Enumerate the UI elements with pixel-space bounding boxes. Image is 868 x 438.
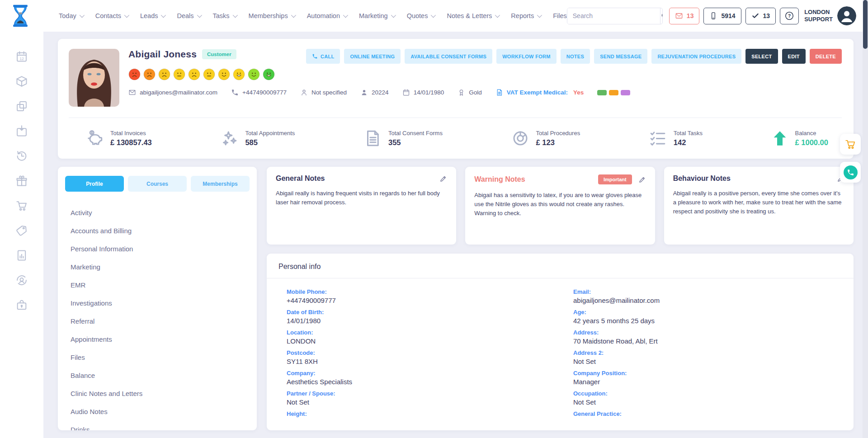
medal-icon	[458, 89, 465, 96]
send-message-button[interactable]: SEND MESSAGE	[594, 49, 647, 64]
stat-total-invoices: Total Invoices£ 130857.43	[85, 129, 152, 148]
sidebar-calendar-12-icon[interactable]: 12	[15, 50, 28, 63]
mood-rating-scale	[128, 68, 842, 82]
sidebar-price-tag-icon[interactable]	[15, 224, 28, 237]
sidebar-cart-icon[interactable]	[15, 199, 28, 212]
stat-total-tasks: Total Tasks142	[648, 129, 703, 148]
mood-face-5-icon[interactable]	[188, 68, 200, 82]
document-icon	[363, 129, 382, 148]
stat-text: Total Tasks142	[674, 130, 703, 147]
mood-face-2-icon[interactable]	[143, 68, 156, 82]
menu-item-marketing[interactable]: Marketing	[71, 258, 244, 276]
available-consent-forms-button[interactable]: AVAILABLE CONSENT FORMS	[405, 49, 492, 64]
call-button[interactable]	[840, 162, 861, 183]
workflow-form-button[interactable]: WORKFLOW FORM	[496, 49, 557, 64]
rejuvenation-procedures-button[interactable]: REJUVENATION PROCEDURES	[651, 49, 741, 64]
sidebar-cube-icon[interactable]	[15, 75, 28, 88]
user-avatar[interactable]	[837, 6, 856, 25]
phone-icon	[844, 165, 858, 179]
field-label: Partner / Spouse:	[287, 390, 555, 397]
button-label: EDIT	[788, 54, 800, 59]
mood-face-10-icon[interactable]	[263, 68, 275, 82]
field-value: SY11 8XH	[287, 358, 555, 365]
search-input[interactable]	[567, 8, 660, 24]
menu-item-appointments[interactable]: Appointments	[71, 330, 244, 348]
menu-item-balance[interactable]: Balance	[71, 366, 244, 384]
nav-item-automation[interactable]: Automation	[307, 12, 347, 19]
edit-pencil-icon[interactable]	[638, 176, 646, 184]
note-body: Abigail really is having frequent visits…	[276, 189, 447, 207]
chevron-down-icon	[124, 13, 129, 18]
mail-count-badge[interactable]: 13	[669, 8, 700, 24]
check-count-badge[interactable]: 13	[745, 8, 776, 24]
menu-item-accounts-and-billing[interactable]: Accounts and Billing	[71, 221, 244, 240]
call-button[interactable]: CALL	[306, 49, 340, 64]
sidebar-chart-document-icon[interactable]	[15, 249, 28, 262]
nav-item-files[interactable]: Files	[553, 12, 567, 19]
sidebar-history-icon[interactable]	[15, 149, 28, 163]
contact-medal: Gold	[458, 89, 482, 96]
menu-item-audio-notes[interactable]: Audio Notes	[71, 402, 244, 420]
menu-item-investigations[interactable]: Investigations	[71, 294, 244, 312]
mood-face-7-icon[interactable]	[218, 68, 230, 82]
mood-face-6-icon[interactable]	[203, 68, 215, 82]
help-button[interactable]: ?	[780, 8, 799, 24]
menu-item-drinks[interactable]: Drinks	[71, 420, 244, 430]
scrollbar-thumb[interactable]	[863, 0, 868, 49]
menu-item-files[interactable]: Files	[71, 348, 244, 366]
sidebar-calendar-download-icon[interactable]	[15, 124, 28, 138]
tag-chip-2[interactable]	[609, 90, 618, 95]
nav-item-notes-letters[interactable]: Notes & Letters	[447, 12, 499, 19]
nav-item-leads[interactable]: Leads	[140, 12, 165, 19]
field-label: Height:	[287, 410, 555, 417]
mood-face-3-icon[interactable]	[158, 68, 170, 82]
tag-chip-3[interactable]	[621, 90, 630, 95]
nav-item-quotes[interactable]: Quotes	[407, 12, 435, 19]
mood-face-1-icon[interactable]	[128, 68, 141, 82]
select-button[interactable]: SELECT	[745, 49, 778, 64]
mood-face-8-icon[interactable]	[233, 68, 245, 82]
nav-item-reports[interactable]: Reports	[511, 12, 541, 19]
nav-item-deals[interactable]: Deals	[177, 12, 200, 19]
tab-courses[interactable]: Courses	[128, 176, 187, 192]
nav-item-marketing[interactable]: Marketing	[359, 12, 395, 19]
menu-item-activity[interactable]: Activity	[71, 203, 244, 221]
customer-profile-card: Abigail Joness Customer CALLONLINE MEETI…	[58, 39, 854, 159]
cart-button[interactable]	[840, 134, 861, 155]
delete-button[interactable]: DELETE	[810, 49, 842, 64]
mood-face-9-icon[interactable]	[248, 68, 260, 82]
contact-envelope: abigailjones@mailinator.com	[128, 89, 217, 96]
tag-chip-1[interactable]	[597, 90, 607, 95]
edit-pencil-icon[interactable]	[439, 175, 447, 183]
notes-row: General NotesAbigail really is having fr…	[267, 167, 854, 245]
mood-face-4-icon[interactable]	[173, 68, 185, 82]
customer-photo[interactable]	[69, 49, 119, 107]
field-location: Location:LONDON	[287, 329, 555, 345]
sidebar-gift-icon[interactable]	[15, 174, 28, 188]
menu-item-referral[interactable]: Referral	[71, 312, 244, 330]
tab-profile[interactable]: Profile	[65, 176, 124, 192]
sidebar-copy-icon[interactable]	[15, 99, 28, 113]
sidebar-user-sync-icon[interactable]	[15, 273, 28, 287]
menu-item-clinic-notes-and-letters[interactable]: Clinic Notes and Letters	[71, 384, 244, 402]
nav-item-tasks[interactable]: Tasks	[213, 12, 236, 19]
stat-text: Total Appointments585	[245, 130, 295, 147]
contact-text: +447490009777	[242, 89, 287, 96]
piggy-bank-icon	[85, 129, 104, 148]
nav-item-today[interactable]: Today	[59, 12, 83, 19]
online-meeting-button[interactable]: ONLINE MEETING	[344, 49, 401, 64]
mobile-count-badge[interactable]: 5914	[703, 8, 741, 24]
notes-button[interactable]: NOTES	[561, 49, 590, 64]
page-scrollbar[interactable]	[863, 0, 868, 438]
tab-memberships[interactable]: Memberships	[191, 176, 250, 192]
nav-item-memberships[interactable]: Memberships	[249, 12, 295, 19]
menu-item-personal-information[interactable]: Personal Information	[71, 240, 244, 258]
note-card-general-notes: General NotesAbigail really is having fr…	[267, 167, 456, 245]
search-icon[interactable]	[660, 8, 663, 24]
app-logo-hourglass-icon[interactable]	[10, 4, 31, 28]
edit-button[interactable]: EDIT	[782, 49, 806, 64]
nav-item-contacts[interactable]: Contacts	[95, 12, 128, 19]
contact-phone: +447490009777	[231, 89, 287, 96]
sidebar-briefcase-lock-icon[interactable]	[15, 298, 28, 312]
menu-item-emr[interactable]: EMR	[71, 276, 244, 294]
